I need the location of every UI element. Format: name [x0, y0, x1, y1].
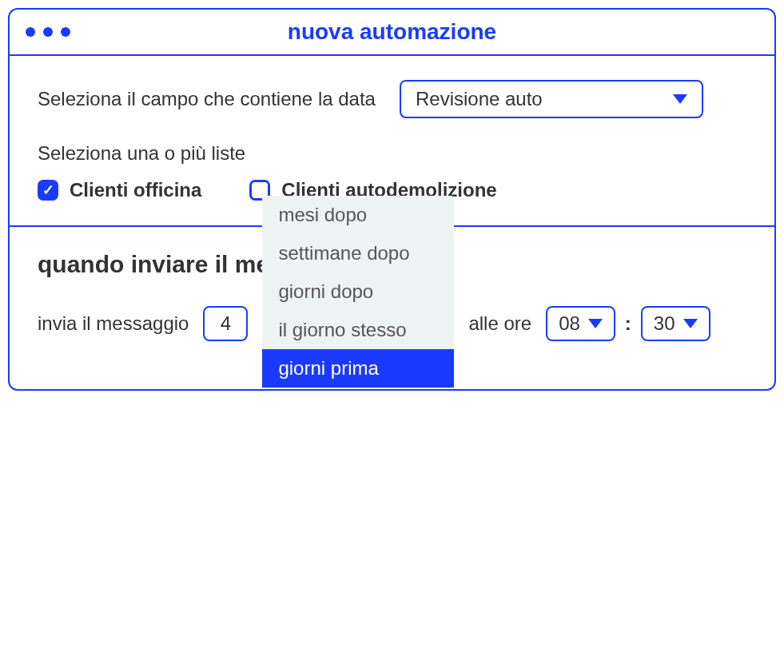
- offset-option-giorni-prima[interactable]: giorni prima: [262, 349, 454, 388]
- offset-option-giorni-dopo[interactable]: giorni dopo: [262, 272, 454, 311]
- automation-window: nuova automazione Seleziona il campo che…: [8, 8, 776, 391]
- offset-option-settimane-dopo[interactable]: settimane dopo: [262, 234, 454, 272]
- hour-select[interactable]: 08: [546, 306, 615, 341]
- offset-number-input[interactable]: 4: [203, 306, 248, 341]
- offset-option-settimane-prima[interactable]: settimane prima: [262, 388, 454, 391]
- hour-value: 08: [559, 312, 580, 335]
- time-colon: :: [625, 312, 631, 335]
- date-field-label: Seleziona il campo che contiene la data: [38, 88, 376, 110]
- checkbox-icon: ✓: [38, 180, 58, 201]
- timing-row: invia il messaggio 4 mesi dopo settimane…: [38, 306, 746, 341]
- minute-value: 30: [654, 312, 675, 335]
- minute-select[interactable]: 30: [641, 306, 710, 341]
- checkmark-icon: ✓: [42, 183, 54, 197]
- window-dot-3[interactable]: [61, 27, 70, 37]
- timing-section: quando inviare il messaggio? invia il me…: [10, 227, 774, 389]
- chevron-down-icon: [588, 319, 603, 328]
- titlebar: nuova automazione: [10, 10, 774, 56]
- offset-option-giorno-stesso[interactable]: il giorno stesso: [262, 311, 454, 349]
- send-label: invia il messaggio: [38, 312, 189, 335]
- window-dot-2[interactable]: [43, 27, 53, 37]
- date-field-value: Revisione auto: [416, 88, 543, 110]
- date-field-select[interactable]: Revisione auto: [400, 80, 703, 118]
- chevron-down-icon: [673, 94, 687, 104]
- offset-number-value: 4: [221, 312, 231, 334]
- time-label: alle ore: [468, 312, 531, 335]
- date-field-row: Seleziona il campo che contiene la data …: [38, 80, 746, 118]
- checkbox-label: Clienti officina: [70, 179, 201, 201]
- offset-dropdown-menu: mesi dopo settimane dopo giorni dopo il …: [262, 196, 454, 391]
- offset-option-mesi-dopo[interactable]: mesi dopo: [262, 196, 454, 234]
- window-title: nuova automazione: [26, 19, 758, 45]
- time-group: 08 : 30: [546, 306, 710, 341]
- window-dot-1[interactable]: [26, 27, 35, 37]
- window-controls: [26, 27, 70, 37]
- chevron-down-icon: [683, 319, 698, 328]
- list-checkbox-officina[interactable]: ✓ Clienti officina: [38, 179, 201, 201]
- lists-label: Seleziona una o più liste: [38, 142, 746, 165]
